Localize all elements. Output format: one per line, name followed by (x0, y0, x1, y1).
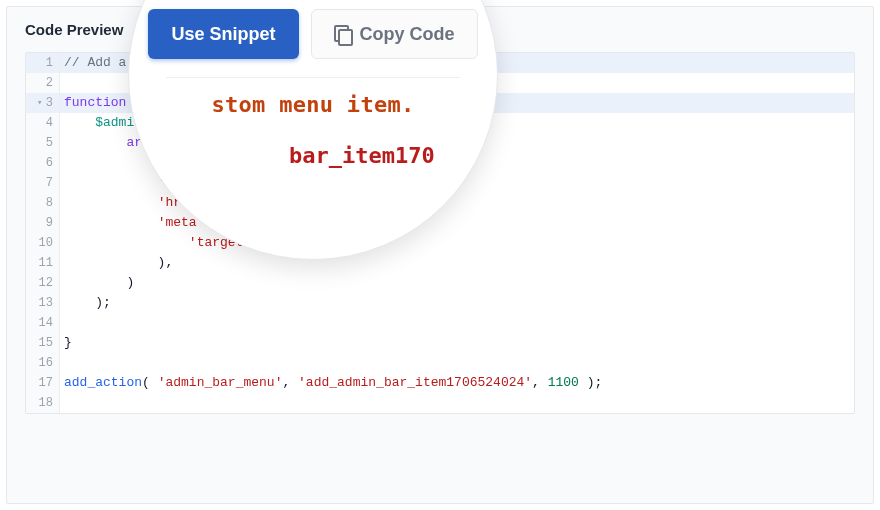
line-number: 12 (39, 273, 53, 293)
code-content[interactable] (60, 313, 854, 333)
gutter: 8 (26, 193, 60, 213)
use-snippet-label: Use Snippet (171, 24, 275, 45)
gutter: 2 (26, 73, 60, 93)
code-content[interactable] (60, 353, 854, 373)
copy-code-label: Copy Code (360, 24, 455, 45)
line-number: 5 (46, 133, 53, 153)
gutter: 15 (26, 333, 60, 353)
lens-comment-fragment: stom menu item. (211, 92, 414, 117)
code-content[interactable] (60, 393, 854, 413)
line-number: 9 (46, 213, 53, 233)
code-content[interactable]: } (60, 333, 854, 353)
gutter: 16 (26, 353, 60, 373)
line-number: 15 (39, 333, 53, 353)
copy-code-button[interactable]: Copy Code (311, 9, 478, 59)
gutter: 11 (26, 253, 60, 273)
code-line[interactable]: 13 ); (26, 293, 854, 313)
gutter: 10 (26, 233, 60, 253)
line-number: 3 (46, 93, 53, 113)
code-line[interactable]: 18 (26, 393, 854, 413)
gutter: 14 (26, 313, 60, 333)
line-number: 14 (39, 313, 53, 333)
gutter: 12 (26, 273, 60, 293)
gutter: 7 (26, 173, 60, 193)
line-number: 8 (46, 193, 53, 213)
code-line[interactable]: 14 (26, 313, 854, 333)
line-number: 13 (39, 293, 53, 313)
code-content[interactable]: ), (60, 253, 854, 273)
gutter: 4 (26, 113, 60, 133)
code-line[interactable]: 9 'meta' => array( (26, 213, 854, 233)
code-content[interactable]: ); (60, 293, 854, 313)
use-snippet-button[interactable]: Use Snippet (148, 9, 298, 59)
line-number: 16 (39, 353, 53, 373)
code-content[interactable]: ) (60, 273, 854, 293)
copy-icon (334, 25, 352, 43)
code-line[interactable]: 10 'target' => '', (26, 233, 854, 253)
gutter: ▾3 (26, 93, 60, 113)
fold-icon[interactable]: ▾ (34, 93, 46, 113)
line-number: 11 (39, 253, 53, 273)
lens-separator (166, 77, 460, 78)
gutter: 1 (26, 53, 60, 73)
line-number: 7 (46, 173, 53, 193)
line-number: 1 (46, 53, 53, 73)
line-number: 18 (39, 393, 53, 413)
gutter: 17 (26, 373, 60, 393)
gutter: 5 (26, 133, 60, 153)
code-content[interactable]: add_action( 'admin_bar_menu', 'add_admin… (60, 373, 854, 393)
code-line[interactable]: 17add_action( 'admin_bar_menu', 'add_adm… (26, 373, 854, 393)
code-line[interactable]: 12 ) (26, 273, 854, 293)
gutter: 6 (26, 153, 60, 173)
line-number: 4 (46, 113, 53, 133)
code-line[interactable]: 11 ), (26, 253, 854, 273)
line-number: 2 (46, 73, 53, 93)
gutter: 9 (26, 213, 60, 233)
code-line[interactable]: 16 (26, 353, 854, 373)
line-number: 6 (46, 153, 53, 173)
code-line[interactable]: 15} (26, 333, 854, 353)
gutter: 13 (26, 293, 60, 313)
line-number: 10 (39, 233, 53, 253)
lens-string-fragment: bar_item170 (289, 143, 435, 168)
code-content[interactable]: 'target' => '', (60, 233, 854, 253)
code-content[interactable]: 'meta' => array( (60, 213, 854, 233)
gutter: 18 (26, 393, 60, 413)
line-number: 17 (39, 373, 53, 393)
